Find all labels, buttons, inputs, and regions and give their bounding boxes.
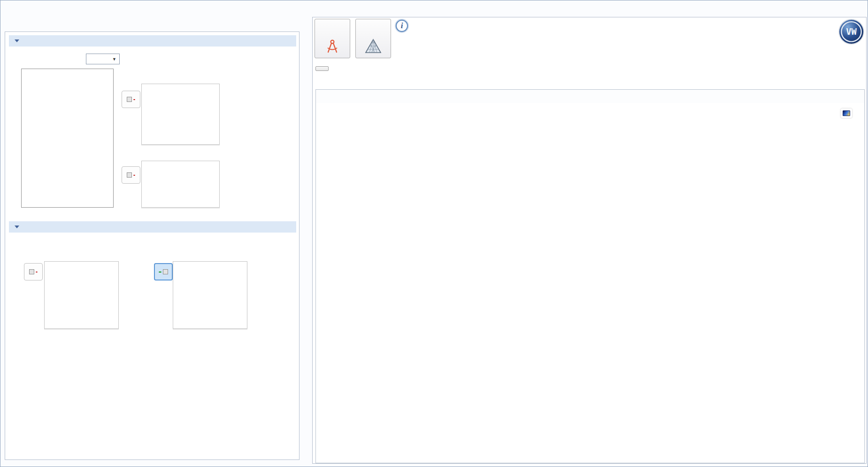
default-view-icon[interactable]	[841, 109, 852, 118]
magnet-list[interactable]	[21, 69, 114, 208]
collapse-triangle-icon	[15, 39, 19, 42]
side-rotorblech-toggle-off[interactable]	[122, 166, 140, 184]
toggle-state-label	[159, 272, 161, 272]
info-icon: i	[396, 20, 408, 32]
side-rotorblech-selection-box[interactable]	[141, 161, 220, 208]
chevron-down-icon: ▼	[112, 57, 116, 62]
kontakt-rotorblech-toggle-off[interactable]	[24, 263, 43, 280]
toggle-state-label	[133, 175, 135, 176]
kontakt-rotorwelle-toggle-on[interactable]	[154, 263, 173, 280]
geometry-plot[interactable]	[316, 103, 865, 462]
graphics-panel: i	[312, 17, 867, 464]
vw-logo-icon: VW	[837, 18, 865, 46]
section-header-magnete[interactable]	[9, 35, 296, 47]
toggle-slider-icon	[127, 97, 132, 102]
update-geometry-button[interactable]	[315, 19, 350, 58]
show-geometry-labels-button[interactable]	[315, 66, 329, 71]
graphics-toolbar	[316, 90, 864, 103]
app-window: { "main_tabs": [ {"label": "I. Modellauf…	[0, 0, 868, 467]
side-magnet-toggle-off[interactable]	[122, 91, 140, 108]
magnet-count-select[interactable]: ▼	[86, 54, 120, 64]
update-mesh-button[interactable]	[355, 19, 391, 58]
kontakt-rotorblech-selection-box[interactable]	[44, 261, 119, 329]
kontakt-rotorwelle-selection-box[interactable]	[173, 261, 247, 329]
side-magnet-selection-box[interactable]	[141, 84, 220, 145]
graphics-area	[315, 89, 865, 463]
toggle-state-label	[36, 272, 38, 272]
compass-icon	[324, 39, 340, 54]
section-header-kontakt[interactable]	[9, 221, 296, 233]
toggle-slider-icon	[29, 269, 34, 274]
svg-text:VW: VW	[846, 27, 857, 37]
toggle-slider-icon	[163, 269, 168, 274]
mesh-triangle-icon	[365, 39, 382, 54]
collapse-triangle-icon	[15, 226, 19, 228]
toggle-slider-icon	[127, 172, 132, 178]
contacts-settings-panel: ▼	[5, 31, 300, 460]
toggle-state-label	[133, 99, 135, 100]
